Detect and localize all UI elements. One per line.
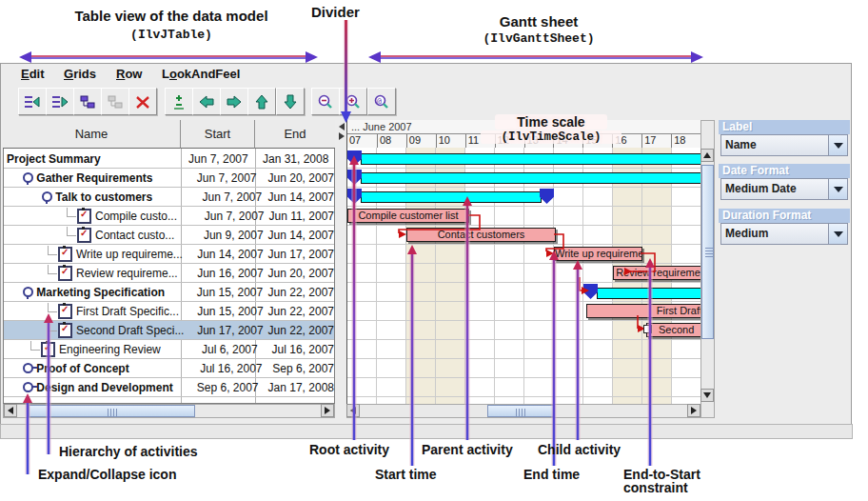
annotation-gantt-sheet: Gantt sheet [438,13,640,30]
collapse-right-icon[interactable] [339,132,345,140]
chevron-down-icon [834,143,843,149]
table-row[interactable]: Project Summary Jun 7, 2007Jan 31, 2008 [4,150,334,169]
tree-elbow [48,246,57,255]
delete-row-button[interactable] [128,88,157,115]
insert-row-after-button[interactable] [46,88,74,115]
zoom-reset-icon: @ [373,93,390,110]
table-view-span-arrow [19,51,318,63]
dropdown-button[interactable] [828,224,847,244]
table-row[interactable]: Write up requireme... Jun 14, 2007Jun 17… [4,245,334,264]
arrow-left-icon [198,93,215,110]
svg-text:@: @ [377,96,382,105]
table-row[interactable]: Talk to customers Jun 7, 2007Jun 14, 200… [4,188,334,207]
expand-handle-icon[interactable] [23,363,33,373]
up-triangle-icon [703,152,711,158]
insert-row-before-button[interactable] [18,88,47,115]
thumb-grip [108,409,118,416]
annotation-time-scale-sub: (IlvTimeScale) [481,130,621,144]
annotation-gantt-sheet-sub: (IlvGanttSheet) [438,31,640,46]
move-down-button[interactable] [276,88,305,115]
chevron-down-icon [834,231,843,237]
table-row[interactable]: Compile custo... Jun 7, 2007Jun 11, 2007 [4,207,334,226]
zoom-in-button[interactable] [339,88,367,115]
page: Table view of the data model (IlvJTable)… [0,0,868,501]
menu-grids[interactable]: Grids [64,67,96,81]
menu-row[interactable]: Row [116,67,142,81]
hierarchy-disabled-icon [107,93,124,110]
collapse-handle-icon[interactable] [23,287,33,297]
expand-collapse-all-button[interactable] [165,88,193,115]
table-row[interactable]: Marketing Specification Jun 15, 2007Jun … [4,283,334,302]
dropdown-button[interactable] [828,179,847,199]
menu-edit[interactable]: Edit [21,67,45,81]
table-row[interactable]: Gather Requirements Jun 7, 2007Jun 20, 2… [4,169,334,188]
constraint-arrowhead-icon [399,230,645,332]
thumb-grip [705,248,713,258]
arrow-down-icon [282,93,299,110]
gantt-v-scrollbar-thumb[interactable] [701,165,714,339]
down-triangle-icon [703,392,711,398]
task-checkbox-icon [58,266,72,281]
scroll-up-button[interactable] [700,149,714,162]
window-bottom-edge [0,424,853,439]
table-row[interactable]: Design and Development Sep 6, 2007Jan 17… [4,378,334,397]
tree-elbow [67,208,76,217]
scroll-left-button[interactable] [346,404,360,417]
task-checkbox-icon [58,304,72,319]
task-checkbox-icon [77,228,91,243]
tree-elbow [48,303,57,312]
duration-format-section-header: Duration Format [719,209,850,223]
scroll-down-button[interactable] [700,389,714,402]
move-left-button[interactable] [192,88,221,115]
gantt-h-scrollbar-thumb[interactable] [487,405,554,417]
date-format-combobox[interactable]: Medium Date [720,178,848,200]
delete-x-icon [134,93,151,110]
table-header: Name Start End [3,120,335,149]
zoom-in-icon [345,93,362,110]
label-combobox[interactable]: Name [720,134,848,156]
selection-handle[interactable] [643,325,652,333]
expand-handle-icon[interactable] [23,382,33,392]
collapse-left-icon[interactable] [339,123,345,130]
move-up-button[interactable] [247,88,276,115]
table-row-selected[interactable]: Second Draft Speci... Jun 17, 2007Jun 22… [4,321,334,340]
hierarchy-icon [79,93,96,110]
split-pane-divider[interactable] [336,120,346,418]
zoom-reset-button[interactable]: @ [367,88,396,115]
make-child-button[interactable] [73,88,102,115]
annotation-divider: Divider [311,4,360,20]
column-header-start[interactable]: Start [181,120,255,149]
annotation-root-activity: Root activity [309,442,389,457]
scroll-right-button[interactable] [321,404,334,417]
dropdown-button[interactable] [828,135,847,155]
column-header-name[interactable]: Name [3,120,181,149]
menu-lookandfeel[interactable]: LookAndFeel [162,67,240,81]
right-triangle-icon [325,407,330,414]
task-checkbox-icon [41,342,55,357]
annotation-end-to-start-2: constraint [623,480,688,495]
scroll-left-button[interactable] [4,404,17,417]
duration-format-combobox[interactable]: Medium [720,223,848,245]
annotation-time-scale: Time scale [495,114,607,130]
collapse-handle-icon[interactable] [42,191,52,202]
left-triangle-icon [8,407,13,414]
column-header-end[interactable]: End [255,120,335,149]
zoom-out-icon [317,93,334,110]
table-row[interactable]: Contact custo... Jun 9, 2007Jun 14, 2007 [4,226,334,245]
table-row[interactable]: First Draft Specific... Jun 15, 2007Jun … [4,302,334,321]
table-h-scrollbar-thumb[interactable] [29,405,195,417]
scroll-right-button[interactable] [687,404,700,417]
task-checkbox-icon [77,209,91,224]
table-row[interactable]: Proof of Concept Jul 16, 2007Sep 6, 2007 [4,359,334,378]
collapse-handle-icon[interactable] [23,172,33,183]
annotation-child-activity: Child activity [538,442,621,457]
move-right-button[interactable] [220,88,248,115]
table-row[interactable]: Review requireme... Jun 16, 2007Jun 20, … [4,264,334,283]
date-format-section-header: Date Format [719,164,850,178]
gantt-sheet[interactable]: Compile customer list Contact customers … [346,148,700,404]
gantt-sheet-span-arrow [368,51,703,63]
thumb-grip [516,409,526,416]
table-row[interactable]: Engineering Review Jul 6, 2007Jul 16, 20… [4,340,334,359]
annotation-end-time: End time [523,467,580,482]
zoom-out-button[interactable] [311,88,340,115]
